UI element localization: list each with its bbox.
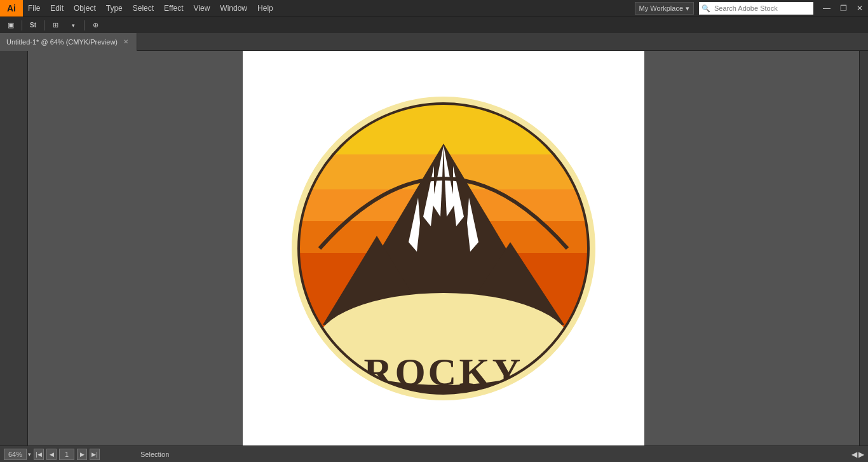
- first-page-button[interactable]: |◀: [34, 449, 44, 460]
- left-tools-panel: [0, 51, 28, 445]
- arrange-icon[interactable]: ▣: [3, 19, 19, 32]
- search-stock-icon: 🔍: [699, 4, 710, 13]
- artboard: ROCKY: [243, 51, 644, 445]
- ai-logo-icon: Ai: [0, 0, 23, 17]
- play-button[interactable]: ▶: [858, 450, 864, 459]
- logo-graphic: ROCKY: [285, 90, 602, 407]
- page-box: [59, 449, 74, 460]
- main-layout: ROCKY: [0, 51, 868, 445]
- menu-right: My Workplace ▾ 🔍 — ❐ ✕: [635, 0, 868, 17]
- next-page-button[interactable]: ▶: [77, 449, 87, 460]
- tab-close-button[interactable]: ✕: [121, 37, 130, 46]
- right-panel: [859, 51, 868, 445]
- menu-select[interactable]: Select: [128, 0, 159, 17]
- active-tab[interactable]: Untitled-1* @ 64% (CMYK/Preview) ✕: [0, 33, 137, 51]
- stock-icon[interactable]: St: [25, 19, 41, 32]
- sync-icon[interactable]: ⊕: [87, 19, 104, 32]
- zoom-input[interactable]: [4, 449, 27, 460]
- play-controls: ◀ ▶: [851, 450, 864, 459]
- menu-bar: Ai File Edit Object Type Select Effect V…: [0, 0, 868, 17]
- menu-help[interactable]: Help: [252, 0, 278, 17]
- menu-view[interactable]: View: [189, 0, 215, 17]
- toolbar-row: ▣ St ⊞ ▾ ⊕: [0, 17, 868, 33]
- workspace-selector[interactable]: My Workplace ▾: [635, 2, 694, 15]
- workspace-label: My Workplace: [639, 4, 683, 12]
- status-bar: ▾ |◀ ◀ ▶ ▶| Selection ◀ ▶: [0, 445, 868, 462]
- restore-button[interactable]: ❐: [835, 0, 851, 17]
- zoom-box: ▾: [4, 449, 31, 460]
- tab-bar: Untitled-1* @ 64% (CMYK/Preview) ✕: [0, 33, 868, 51]
- menu-edit[interactable]: Edit: [45, 0, 69, 17]
- toolbar-separator-3: [84, 20, 85, 31]
- menu-object[interactable]: Object: [69, 0, 101, 17]
- minimize-button[interactable]: —: [818, 0, 835, 17]
- toolbar-separator-2: [44, 20, 44, 31]
- menu-effect[interactable]: Effect: [159, 0, 188, 17]
- workspace-chevron-icon: ▾: [686, 4, 689, 13]
- page-input[interactable]: [59, 449, 74, 460]
- canvas-area: ROCKY: [28, 51, 859, 445]
- zoom-dropdown-icon[interactable]: ▾: [28, 451, 31, 458]
- menu-file[interactable]: File: [23, 0, 45, 17]
- window-controls: — ❐ ✕: [818, 0, 868, 17]
- tab-title: Untitled-1* @ 64% (CMYK/Preview): [6, 38, 118, 46]
- workspace-grid-chevron[interactable]: ▾: [65, 19, 81, 32]
- menu-window[interactable]: Window: [215, 0, 252, 17]
- search-stock-input[interactable]: [710, 2, 806, 15]
- last-page-button[interactable]: ▶|: [90, 449, 100, 460]
- tool-label: Selection: [140, 451, 169, 458]
- prev-page-button[interactable]: ◀: [46, 449, 57, 460]
- rewind-button[interactable]: ◀: [851, 450, 857, 459]
- workspace-grid-icon[interactable]: ⊞: [47, 19, 64, 32]
- close-button[interactable]: ✕: [851, 0, 868, 17]
- toolbar-separator: [22, 20, 22, 31]
- menu-type[interactable]: Type: [101, 0, 128, 17]
